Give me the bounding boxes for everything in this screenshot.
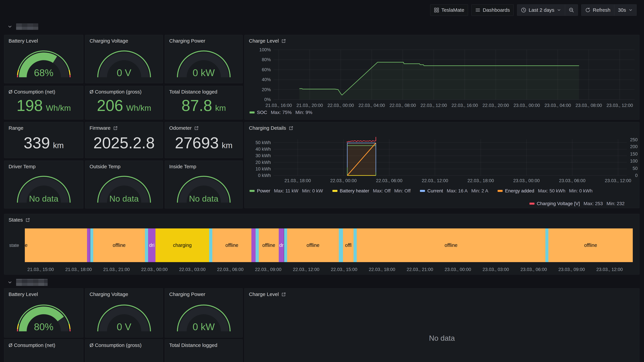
state-segment-offline[interactable]: offline	[93, 228, 145, 262]
state-segment-online[interactable]	[546, 228, 548, 262]
panel-battery-level-1: Battery Level 68%	[4, 35, 83, 83]
gauge-value: 0 V	[97, 321, 151, 332]
refresh-group: Refresh 30s	[581, 4, 636, 16]
zoom-out-button[interactable]	[565, 4, 578, 15]
panel-title[interactable]: States	[8, 217, 30, 223]
svg-text:22.03., 12:00: 22.03., 12:00	[420, 103, 447, 108]
svg-text:50: 50	[632, 166, 638, 171]
panel-title[interactable]: Battery Level	[8, 38, 38, 44]
panel-title[interactable]: Charge Level	[249, 38, 286, 44]
state-segment-label: dri	[149, 243, 154, 248]
gauge-value: 0 V	[97, 67, 151, 78]
state-segment-online[interactable]	[256, 228, 259, 262]
svg-text:40%: 40%	[262, 77, 271, 82]
states-row-label: state	[9, 243, 19, 248]
stat-unit: km	[215, 99, 226, 112]
panel-title-text: Charging Details	[249, 125, 286, 131]
state-segment-offline[interactable]: offl	[343, 228, 354, 262]
state-segment-online[interactable]	[284, 228, 287, 262]
external-link-icon[interactable]	[282, 39, 286, 43]
panel-title[interactable]: Ø Consumption (gross)	[90, 343, 142, 348]
state-segment-offline[interactable]: offline	[259, 228, 279, 262]
state-segment-online[interactable]	[209, 228, 212, 262]
driver-temp-gauge: No data	[17, 176, 70, 205]
top-toolbar: TeslaMate Dashboards Last 2 days	[430, 4, 636, 16]
state-segment-charging[interactable]: charging	[156, 228, 209, 262]
charging-details-legend-row1: PowerMax: 11 kWMin: 0 kWBattery heaterMa…	[250, 188, 592, 194]
panel-title[interactable]: Charging Details	[249, 125, 293, 131]
panel-title[interactable]: Odometer	[169, 125, 199, 131]
svg-text:20%: 20%	[262, 87, 271, 92]
external-link-icon[interactable]	[289, 126, 293, 130]
state-segment-offline[interactable]: offline	[357, 228, 546, 262]
panel-title-text: Ø Consumption (net)	[8, 89, 55, 95]
teslamate-button[interactable]: TeslaMate	[430, 4, 468, 16]
external-link-icon[interactable]	[113, 126, 118, 130]
panel-title[interactable]: Outside Temp	[90, 164, 120, 169]
panel-title[interactable]: Inside Temp	[169, 164, 196, 169]
panel-title[interactable]: Ø Consumption (net)	[8, 343, 55, 348]
state-segment-offline[interactable]: e	[25, 228, 87, 262]
external-link-icon[interactable]	[194, 126, 199, 130]
time-range-button[interactable]: Last 2 days	[517, 4, 565, 15]
legend-label: SOC	[257, 110, 267, 115]
legend-item[interactable]: Energy addedMax: 50 kWhMin: 0 kWh	[498, 188, 592, 194]
panel-title[interactable]: Range	[8, 125, 23, 131]
time-picker-group: Last 2 days	[517, 4, 578, 16]
panel-title[interactable]: Ø Consumption (net)	[8, 89, 55, 95]
state-segment-offline[interactable]: offline	[212, 228, 252, 262]
panel-odometer: Odometer 27693km	[165, 122, 243, 158]
panel-title[interactable]: Charging Voltage	[90, 38, 128, 44]
panel-title[interactable]: Total Distance logged	[169, 343, 217, 348]
panel-title[interactable]: Charging Power	[169, 292, 205, 297]
legend-item[interactable]: Charging Voltage [V]Max: 253Min: 232	[530, 201, 624, 206]
svg-text:150: 150	[630, 151, 638, 157]
state-segment-driving[interactable]	[252, 228, 256, 262]
svg-text:21.03., 18:00: 21.03., 18:00	[284, 178, 311, 183]
state-segment-driving[interactable]: dr	[279, 228, 284, 262]
legend-min: Min: 0 kWh	[569, 188, 592, 194]
panel-title-text: Charge Level	[249, 38, 279, 44]
legend-max: Max: Off	[373, 188, 390, 194]
state-segment-online[interactable]	[339, 228, 343, 262]
svg-text:40 kWh: 40 kWh	[256, 147, 271, 152]
refresh-button[interactable]: Refresh	[582, 4, 614, 15]
charging-details-legend-row2: Charging Voltage [V]Max: 253Min: 232	[530, 201, 624, 206]
panel-title-text: States	[8, 217, 23, 223]
refresh-interval-button[interactable]: 30s	[614, 4, 636, 15]
legend-item[interactable]: SOCMax: 75%Min: 9%	[250, 110, 312, 115]
section-row-1[interactable]	[8, 23, 38, 30]
panel-title[interactable]: Ø Consumption (gross)	[90, 89, 142, 95]
panel-charge-level-chart-2: Charge Level No data	[244, 288, 640, 362]
state-segment-online[interactable]	[354, 228, 357, 262]
panel-title[interactable]: Firmware	[90, 125, 118, 131]
state-segment-offline[interactable]: offline	[287, 228, 339, 262]
gauge-value: 0 kW	[177, 321, 230, 332]
external-link-icon[interactable]	[26, 218, 30, 222]
legend-item[interactable]: CurrentMax: 16 AMin: 2 A	[420, 188, 488, 194]
refresh-icon	[585, 7, 590, 13]
dashboards-button[interactable]: Dashboards	[472, 4, 514, 16]
state-segment-label: offline	[226, 243, 238, 248]
panel-title[interactable]: Total Distance logged	[169, 89, 217, 95]
panel-title[interactable]: Charge Level	[249, 292, 286, 297]
legend-item[interactable]: Battery heaterMax: OffMin: Off	[332, 188, 411, 194]
panel-title[interactable]: Charging Power	[169, 38, 205, 44]
chevron-down-icon	[8, 24, 12, 29]
panel-title[interactable]: Driver Temp	[8, 164, 36, 169]
state-segment-driving[interactable]: dri	[148, 228, 156, 262]
legend-item[interactable]: PowerMax: 11 kWMin: 0 kW	[250, 188, 323, 194]
legend-min: Min: 232	[606, 201, 624, 206]
section-row-2[interactable]	[8, 279, 48, 286]
state-segment-online[interactable]	[90, 228, 94, 262]
charging-details-chart[interactable]: 0 kWh10 kWh20 kWh30 kWh40 kWh50 kWh05010…	[244, 122, 639, 208]
chevron-down-icon	[557, 8, 561, 12]
panel-title[interactable]: Charging Voltage	[90, 292, 128, 297]
panel-title[interactable]: Battery Level	[8, 292, 38, 297]
state-segment-driving[interactable]	[87, 228, 90, 262]
external-link-icon[interactable]	[282, 292, 286, 297]
charge-level-chart[interactable]: 0%20%40%60%80%100%21.03., 16:0021.03., 2…	[244, 35, 639, 119]
state-segment-online[interactable]	[145, 228, 148, 262]
states-band[interactable]: eofflinedrichargingofflineofflinedroffli…	[25, 228, 633, 262]
state-segment-offline[interactable]: offline	[548, 228, 633, 262]
